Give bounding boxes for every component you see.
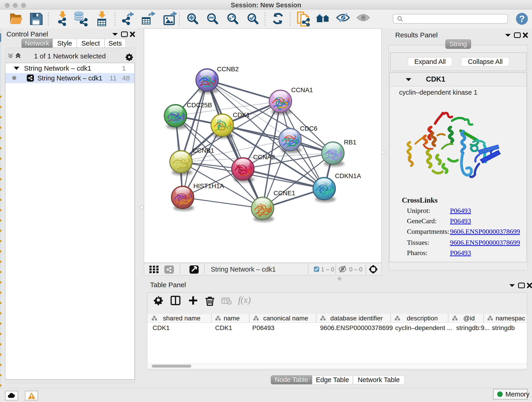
svg-text:9606.ENSP00000378699: 9606.ENSP00000378699 bbox=[320, 324, 393, 332]
svg-text:HIST1H1A: HIST1H1A bbox=[193, 182, 224, 190]
svg-text:?: ? bbox=[519, 14, 525, 24]
svg-text:0 – 0: 0 – 0 bbox=[349, 266, 362, 273]
svg-text:shared name: shared name bbox=[163, 315, 200, 322]
svg-text:namespac: namespac bbox=[496, 315, 525, 322]
svg-text:stringdb:9...: stringdb:9... bbox=[456, 324, 490, 332]
svg-text:name: name bbox=[224, 315, 240, 322]
svg-text:CDK1: CDK1 bbox=[152, 324, 170, 332]
svg-text:stringdb: stringdb bbox=[492, 324, 515, 332]
svg-text:CDK1: CDK1 bbox=[233, 111, 250, 119]
svg-text:canonical name: canonical name bbox=[263, 315, 308, 322]
svg-text:cyclin–dependent ...: cyclin–dependent ... bbox=[395, 324, 452, 332]
svg-text:CDK1: CDK1 bbox=[215, 324, 232, 332]
svg-text:CDKN1A: CDKN1A bbox=[335, 172, 361, 179]
svg-text:@id: @id bbox=[463, 315, 475, 322]
svg-text:P06493: P06493 bbox=[252, 324, 274, 332]
svg-text:CCNA2: CCNA2 bbox=[253, 153, 275, 161]
svg-text:description: description bbox=[407, 315, 438, 322]
svg-text:1 – 0: 1 – 0 bbox=[321, 266, 334, 273]
svg-text:CCNA1: CCNA1 bbox=[291, 86, 313, 94]
svg-text:CDC6: CDC6 bbox=[300, 125, 317, 132]
svg-text:RB1: RB1 bbox=[344, 139, 356, 146]
svg-text:CCNE1: CCNE1 bbox=[273, 190, 295, 197]
svg-text:String Network – cdk1: String Network – cdk1 bbox=[211, 266, 276, 273]
svg-text:database identifier: database identifier bbox=[330, 315, 383, 322]
svg-text:CCNB1: CCNB1 bbox=[192, 147, 214, 154]
svg-text:CCNB2: CCNB2 bbox=[217, 65, 239, 73]
svg-text:f(x): f(x) bbox=[238, 295, 251, 305]
svg-text:CDC25B: CDC25B bbox=[187, 102, 212, 109]
